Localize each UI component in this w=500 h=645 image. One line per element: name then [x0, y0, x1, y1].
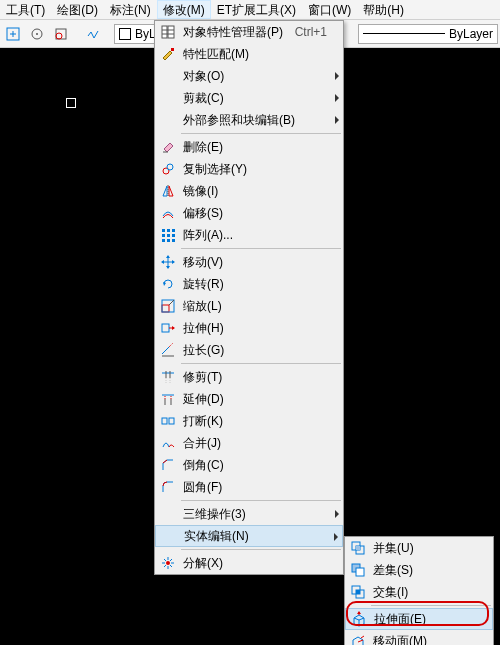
- extend-icon: [157, 388, 179, 410]
- menu-item-16[interactable]: 拉长(G): [155, 339, 343, 361]
- menu-item-14[interactable]: 缩放(L): [155, 295, 343, 317]
- menu-item-label: 剪裁(C): [179, 90, 327, 107]
- no-icon: [157, 109, 179, 131]
- tb-btn-1[interactable]: [2, 23, 24, 45]
- menu-item-22[interactable]: 倒角(C): [155, 454, 343, 476]
- menu-item-19[interactable]: 延伸(D): [155, 388, 343, 410]
- menu-item-label: 分解(X): [179, 555, 327, 572]
- menubar-item-6[interactable]: 帮助(H): [357, 0, 410, 19]
- menu-item-20[interactable]: 打断(K): [155, 410, 343, 432]
- menu-item-label: 倒角(C): [179, 457, 327, 474]
- svg-rect-20: [162, 239, 165, 242]
- menu-item-label: 特性匹配(M): [179, 46, 327, 63]
- svg-point-52: [166, 561, 170, 565]
- no-icon: [157, 503, 179, 525]
- menu-item-7[interactable]: 复制选择(Y): [155, 158, 343, 180]
- menu-item-1[interactable]: 特性匹配(M): [155, 43, 343, 65]
- menubar: 工具(T)绘图(D)标注(N)修改(M)ET扩展工具(X)窗口(W)帮助(H): [0, 0, 500, 20]
- menu-item-label: 三维操作(3): [179, 506, 327, 523]
- svg-marker-25: [166, 255, 170, 258]
- menubar-item-5[interactable]: 窗口(W): [302, 0, 357, 19]
- break-icon: [157, 410, 179, 432]
- menu-item-label: 删除(E): [179, 139, 327, 156]
- svg-rect-9: [171, 48, 174, 51]
- modify-menu: 对象特性管理器(P)Ctrl+1特性匹配(M)对象(O)剪裁(C)外部参照和块编…: [154, 20, 344, 575]
- array-icon: [157, 224, 179, 246]
- submenu-item-0[interactable]: 并集(U): [345, 537, 493, 559]
- solid-edit-submenu: 并集(U)差集(S)交集(I)拉伸面(E)移动面(M)偏移面(O): [344, 536, 494, 645]
- submenu-item-2[interactable]: 交集(I): [345, 581, 493, 603]
- submenu-item-label: 并集(U): [369, 540, 477, 557]
- menu-item-label: 拉长(G): [179, 342, 327, 359]
- menu-item-label: 外部参照和块编辑(B): [179, 112, 327, 129]
- svg-marker-28: [172, 260, 175, 264]
- menu-item-label: 延伸(D): [179, 391, 327, 408]
- menu-item-18[interactable]: 修剪(T): [155, 366, 343, 388]
- svg-rect-14: [162, 229, 165, 232]
- menubar-item-0[interactable]: 工具(T): [0, 0, 51, 19]
- svg-point-2: [36, 33, 38, 35]
- menu-separator: [181, 500, 341, 501]
- tb-btn-3[interactable]: [50, 23, 72, 45]
- menu-item-4[interactable]: 外部参照和块编辑(B): [155, 109, 343, 131]
- menu-item-3[interactable]: 剪裁(C): [155, 87, 343, 109]
- shortcut-label: Ctrl+1: [287, 25, 327, 39]
- submenu-item-4[interactable]: 移动面(M): [345, 630, 493, 645]
- submenu-item-1[interactable]: 差集(S): [345, 559, 493, 581]
- menu-item-9[interactable]: 偏移(S): [155, 202, 343, 224]
- no-icon: [157, 87, 179, 109]
- menu-item-0[interactable]: 对象特性管理器(P)Ctrl+1: [155, 21, 343, 43]
- join-icon: [157, 432, 179, 454]
- svg-rect-49: [162, 418, 167, 424]
- chamfer-icon: [157, 454, 179, 476]
- submenu-item-label: 交集(I): [369, 584, 477, 601]
- bylayer-line-combo[interactable]: ByLayer: [358, 24, 498, 44]
- svg-line-51: [163, 460, 167, 463]
- submenu-item-label: 差集(S): [369, 562, 477, 579]
- fillet-icon: [157, 476, 179, 498]
- menubar-item-4[interactable]: ET扩展工具(X): [211, 0, 302, 19]
- menu-item-10[interactable]: 阵列(A)...: [155, 224, 343, 246]
- svg-rect-22: [172, 239, 175, 242]
- menu-item-26[interactable]: 实体编辑(N): [155, 525, 343, 547]
- svg-line-58: [170, 565, 172, 567]
- copy-icon: [157, 158, 179, 180]
- menu-item-15[interactable]: 拉伸(H): [155, 317, 343, 339]
- menu-item-label: 缩放(L): [179, 298, 327, 315]
- subtract-icon: [347, 559, 369, 581]
- properties-icon: [157, 21, 179, 43]
- menu-item-label: 实体编辑(N): [180, 528, 327, 545]
- scale-icon: [157, 295, 179, 317]
- mirror-icon: [157, 180, 179, 202]
- menubar-item-3[interactable]: 修改(M): [157, 0, 211, 19]
- svg-line-37: [169, 343, 173, 347]
- submenu-item-3[interactable]: 拉伸面(E): [345, 608, 493, 630]
- menu-item-label: 对象特性管理器(P): [179, 24, 287, 41]
- offset-icon: [157, 202, 179, 224]
- tb-btn-2[interactable]: [26, 23, 48, 45]
- tb-btn-4[interactable]: [82, 23, 104, 45]
- menu-item-25[interactable]: 三维操作(3): [155, 503, 343, 525]
- svg-marker-27: [161, 260, 164, 264]
- menu-item-23[interactable]: 圆角(F): [155, 476, 343, 498]
- submenu-item-label: 移动面(M): [369, 633, 477, 646]
- submenu-item-label: 拉伸面(E): [370, 611, 477, 628]
- menu-item-8[interactable]: 镜像(I): [155, 180, 343, 202]
- menu-item-28[interactable]: 分解(X): [155, 552, 343, 574]
- menubar-item-2[interactable]: 标注(N): [104, 0, 157, 19]
- menu-separator: [181, 133, 341, 134]
- svg-marker-69: [357, 611, 361, 614]
- menu-item-13[interactable]: 旋转(R): [155, 273, 343, 295]
- menu-item-6[interactable]: 删除(E): [155, 136, 343, 158]
- extrude-face-icon: [348, 608, 370, 630]
- submenu-arrow-icon: [334, 533, 338, 541]
- menu-separator: [181, 363, 341, 364]
- menubar-item-1[interactable]: 绘图(D): [51, 0, 104, 19]
- rotate-icon: [157, 273, 179, 295]
- menu-item-2[interactable]: 对象(O): [155, 65, 343, 87]
- menu-item-12[interactable]: 移动(V): [155, 251, 343, 273]
- menu-separator: [371, 605, 491, 606]
- svg-rect-6: [168, 26, 174, 38]
- svg-rect-18: [167, 234, 170, 237]
- menu-item-21[interactable]: 合并(J): [155, 432, 343, 454]
